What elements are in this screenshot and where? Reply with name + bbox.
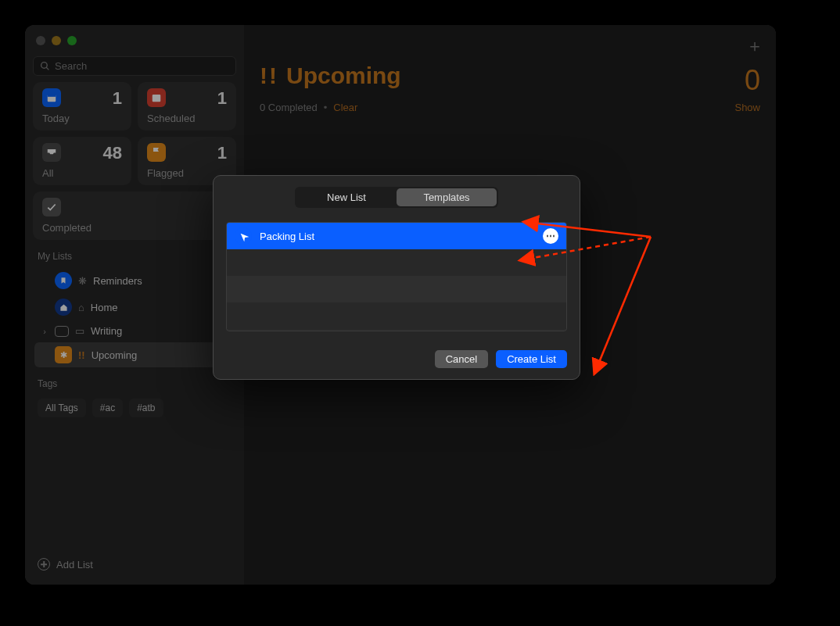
card-all-count: 48 [103, 143, 122, 163]
template-row-empty [227, 249, 566, 276]
card-completed[interactable]: Completed [33, 191, 236, 240]
svg-rect-3 [48, 95, 56, 97]
card-scheduled-count: 1 [217, 88, 227, 109]
card-scheduled[interactable]: 1 Scheduled [138, 82, 236, 131]
list-count: 0 [745, 64, 760, 97]
asterisk-icon: ✱ [55, 346, 72, 363]
tags-heading: Tags [33, 374, 236, 389]
card-today-label: Today [42, 113, 70, 124]
tray-icon [42, 143, 61, 162]
search-icon [40, 61, 50, 71]
template-row-packing-list[interactable]: Packing List ⋯ [227, 223, 566, 249]
window-traffic-lights [33, 33, 236, 50]
card-scheduled-label: Scheduled [147, 113, 195, 124]
card-today[interactable]: 1 Today [33, 82, 131, 131]
new-list-modal: New List Templates Packing List ⋯ Cancel… [213, 175, 580, 380]
card-today-count: 1 [113, 88, 122, 109]
tag-all[interactable]: All Tags [38, 399, 86, 417]
chevron-right-icon[interactable]: › [41, 327, 48, 336]
separator-dot: • [324, 102, 328, 113]
calendar-icon [147, 88, 166, 107]
list-secondary-icon: ⌂ [78, 302, 84, 313]
page-title: !! Upcoming [260, 63, 760, 89]
sidebar-item-home[interactable]: ⌂ Home [34, 295, 235, 320]
card-all[interactable]: 48 All [33, 137, 131, 185]
more-options-button[interactable]: ⋯ [543, 228, 558, 244]
monitor-icon: ▭ [75, 325, 84, 337]
page-title-text: Upcoming [286, 63, 401, 89]
show-completed-button[interactable]: Show [734, 102, 760, 113]
sidebar-item-label: Reminders [93, 275, 142, 287]
card-flagged-count: 1 [217, 143, 227, 163]
priority-icon: !! [78, 349, 85, 361]
tab-templates[interactable]: Templates [397, 188, 497, 206]
bookmark-icon [55, 272, 72, 289]
create-list-button[interactable]: Create List [496, 350, 567, 368]
window-close-button[interactable] [36, 36, 45, 45]
tab-new-list[interactable]: New List [296, 188, 397, 206]
sidebar-item-label: Home [91, 302, 118, 313]
window-minimize-button[interactable] [52, 36, 61, 45]
checkmark-icon [42, 198, 61, 216]
sidebar-item-upcoming[interactable]: ✱ !! Upcoming [34, 342, 235, 367]
sidebar-item-label: Upcoming [92, 349, 138, 361]
add-reminder-button[interactable]: ＋ [746, 34, 763, 58]
window-zoom-button[interactable] [67, 36, 77, 45]
modal-segmented-control: New List Templates [295, 187, 498, 208]
sidebar-item-reminders[interactable]: ❋ Reminders [34, 268, 235, 293]
calendar-today-icon [42, 88, 61, 107]
sidebar-item-label: Writing [91, 325, 122, 337]
house-icon [55, 299, 72, 316]
completed-row: 0 Completed • Clear Show [260, 102, 760, 113]
template-row-empty [227, 302, 566, 329]
template-row-empty [227, 276, 566, 302]
card-flagged-label: Flagged [147, 167, 184, 179]
modal-footer: Cancel Create List [226, 342, 567, 368]
airplane-icon [235, 227, 252, 245]
mylists: ❋ Reminders ⌂ Home › ▭ Writing ✱ !! [33, 268, 236, 367]
tag-atb[interactable]: #atb [129, 399, 163, 417]
flag-icon [147, 143, 166, 162]
plus-circle-icon [38, 558, 50, 571]
priority-prefix: !! [260, 63, 278, 89]
completed-count-text: 0 Completed [260, 102, 318, 113]
mylists-heading: My Lists [33, 246, 236, 262]
add-list-label: Add List [56, 559, 93, 571]
add-list-button[interactable]: Add List [33, 552, 236, 577]
sidebar-item-writing[interactable]: › ▭ Writing [34, 321, 235, 341]
svg-line-1 [46, 67, 48, 70]
smart-list-cards: 1 Today 1 Scheduled 48 All [33, 82, 236, 240]
card-all-label: All [42, 167, 53, 179]
search-field[interactable] [33, 56, 236, 76]
search-input[interactable] [55, 60, 229, 72]
template-name: Packing List [260, 231, 314, 242]
svg-point-0 [41, 63, 48, 69]
svg-rect-4 [153, 95, 161, 102]
templates-list: Packing List ⋯ [226, 222, 567, 331]
sidebar: 1 Today 1 Scheduled 48 All [25, 25, 244, 585]
tag-row: All Tags #ac #atb [33, 395, 236, 420]
folder-icon [55, 326, 69, 337]
tag-ac[interactable]: #ac [92, 399, 123, 417]
cancel-button[interactable]: Cancel [435, 350, 488, 368]
clear-completed-button[interactable]: Clear [333, 102, 357, 113]
card-completed-label: Completed [42, 222, 92, 234]
list-secondary-icon: ❋ [78, 275, 87, 287]
